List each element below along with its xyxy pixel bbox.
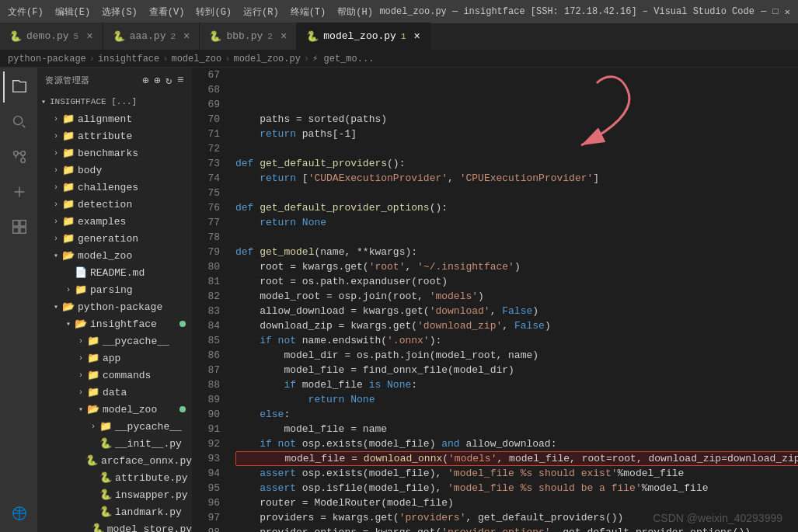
activity-git-icon[interactable] [3,141,34,172]
menu-terminal[interactable]: 终端(T) [291,5,326,19]
activity-remote-icon[interactable] [3,498,34,529]
line-numbers: 6768697071727374757677787980818283848586… [193,68,228,532]
tree-folder-detection[interactable]: › 📁 detection [37,196,192,213]
tab-file-icon: 🐍 [209,30,221,43]
code-line: if not name.endswith('.onnx'): [235,333,798,348]
folder-open-icon: 📂 [87,403,99,416]
close-button[interactable]: ✕ [785,6,790,18]
tree-folder-python-package[interactable]: ▾ 📂 python-package [37,298,192,315]
tree-item-label: generation [78,233,192,245]
file-tree[interactable]: ▾ INSIGHTFACE [...] › 📁 alignment › 📁 at… [37,93,192,532]
refresh-icon[interactable]: ↻ [166,74,172,87]
tree-folder-benchmarks[interactable]: › 📁 benchmarks [37,144,192,162]
code-line: model_file = name [235,422,798,436]
code-content: 6768697071727374757677787980818283848586… [193,68,798,532]
tree-folder-commands[interactable]: › 📁 commands [37,367,192,384]
chevron-right-icon: › [87,422,99,431]
chevron-down-icon: ▾ [50,302,62,311]
line-number: 73 [193,156,220,171]
tree-root[interactable]: ▾ INSIGHTFACE [...] [37,93,192,110]
tree-folder-examples[interactable]: › 📁 examples [37,213,192,230]
tree-folder-model-zoo[interactable]: ▾ 📂 model_zoo [37,247,192,264]
tab-demo[interactable]: 🐍 demo.py 5 × [0,23,103,50]
code-line: if model_file is None: [235,377,798,392]
chevron-right-icon: › [50,235,62,243]
tree-folder-data[interactable]: › 📁 data [37,384,192,401]
activity-extensions-icon[interactable] [3,211,34,242]
tab-bbb[interactable]: 🐍 bbb.py 2 × [200,23,297,50]
tab-model-zoo[interactable]: 🐍 model_zoo.py 1 × [297,23,430,50]
code-line: assert osp.exists(model_file), 'model_fi… [235,466,798,481]
breadcrumb: python-package › insightface › model_zoo… [0,50,798,68]
tab-aaa[interactable]: 🐍 aaa.py 2 × [103,23,200,50]
new-file-icon[interactable]: ⊕ [142,74,149,87]
maximize-button[interactable]: □ [773,6,779,18]
tree-folder-insightface[interactable]: ▾ 📂 insightface [37,315,192,332]
activity-search-icon[interactable] [3,106,34,137]
svg-point-1 [14,151,19,156]
menu-file[interactable]: 文件(F) [8,5,44,19]
new-folder-icon[interactable]: ⊕ [154,74,161,87]
tree-folder-generation[interactable]: › 📁 generation [37,230,192,247]
breadcrumb-part[interactable]: python-package [8,54,86,64]
tree-file-attribute[interactable]: 🐍 attribute.py [37,469,192,486]
minimize-button[interactable]: ─ [761,6,766,18]
tab-label: aaa.py [130,30,166,42]
breadcrumb-part[interactable]: model_zoo [171,54,221,64]
modified-dot [179,406,186,412]
sidebar-actions[interactable]: ⊕ ⊕ ↻ ≡ [142,74,184,87]
activity-bar [0,68,37,532]
line-number: 83 [193,304,220,318]
tree-folder-parsing[interactable]: › 📁 parsing [37,281,192,298]
menu-select[interactable]: 选择(S) [102,5,138,19]
line-number: 79 [193,245,220,259]
menu-bar[interactable]: 文件(F) 编辑(E) 选择(S) 查看(V) 转到(G) 运行(R) 终端(T… [8,5,373,19]
tab-close-icon[interactable]: × [281,30,287,43]
tree-file-init1[interactable]: 🐍 __init__.py [37,435,192,452]
tree-item-label: model_store.py [107,523,192,533]
breadcrumb-part[interactable]: ⚡ get_mo... [312,53,374,64]
chevron-right-icon: › [75,354,87,363]
tree-folder-pycache-2[interactable]: › 📁 __pycache__ [37,418,192,435]
activity-debug-icon[interactable] [3,176,34,207]
tree-file-readme[interactable]: 📄 README.md [37,264,192,281]
code-editor[interactable]: 6768697071727374757677787980818283848586… [193,68,798,532]
activity-explorer-icon[interactable] [3,71,34,103]
tab-close-icon[interactable]: × [86,30,92,43]
tab-label: model_zoo.py [323,30,396,42]
line-number: 67 [193,68,220,82]
tree-folder-alignment[interactable]: › 📁 alignment [37,110,192,127]
tree-file-landmark[interactable]: 🐍 landmark.py [37,503,192,520]
tree-folder-challenges[interactable]: › 📁 challenges [37,179,192,196]
menu-help[interactable]: 帮助(H) [337,5,373,19]
chevron-down-icon: ▾ [50,251,62,260]
tab-label: bbb.py [226,30,263,42]
menu-run[interactable]: 运行(R) [243,5,279,19]
menu-edit[interactable]: 编辑(E) [55,5,91,19]
line-number: 74 [193,171,220,186]
tree-item-label: examples [78,216,192,228]
folder-icon: 📁 [62,198,75,210]
tree-folder-app[interactable]: › 📁 app [37,349,192,367]
menu-view[interactable]: 查看(V) [149,5,185,19]
code-line: return None [235,215,798,230]
line-number: 86 [193,348,220,363]
line-number: 82 [193,289,220,304]
breadcrumb-part[interactable]: model_zoo.py [233,54,300,64]
tab-close-icon[interactable]: × [183,30,190,43]
code-line: model_root = osp.join(root, 'models') [235,289,798,304]
chevron-right-icon: › [50,217,62,226]
tree-folder-pycache-1[interactable]: › 📁 __pycache__ [37,332,192,349]
menu-goto[interactable]: 转到(G) [196,5,232,19]
tree-label: INSIGHTFACE [...] [50,97,137,106]
tree-file-arcface[interactable]: 🐍 arcface_onnx.py [37,452,192,469]
tree-folder-body[interactable]: › 📁 body [37,162,192,179]
tree-folder-model-zoo-nested[interactable]: ▾ 📂 model_zoo [37,401,192,418]
collapse-icon[interactable]: ≡ [177,74,184,87]
tab-close-icon[interactable]: × [414,30,420,43]
line-number: 90 [193,407,220,422]
tree-file-model-store[interactable]: 🐍 model_store.py [37,520,192,532]
tree-folder-attribute[interactable]: › 📁 attribute [37,127,192,144]
breadcrumb-part[interactable]: insightface [98,54,159,64]
tree-file-inswapper[interactable]: 🐍 inswapper.py [37,486,192,503]
